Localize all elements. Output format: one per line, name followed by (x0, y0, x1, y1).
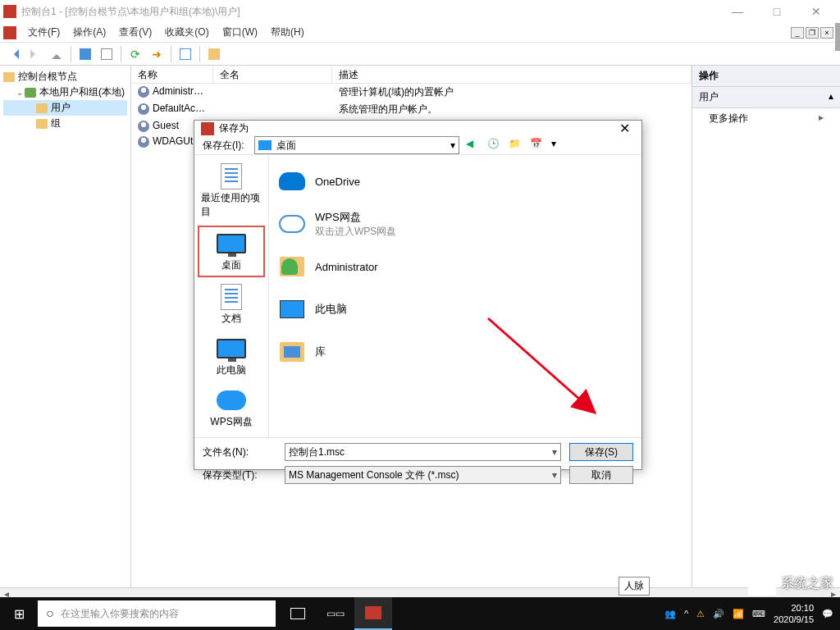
chevron-down-icon: ▾ (552, 469, 557, 481)
mdi-minimize[interactable]: _ (791, 27, 804, 39)
tree-root[interactable]: 控制台根节点 (3, 69, 127, 84)
chevron-down-icon: ▾ (552, 446, 557, 458)
nav-up-icon[interactable]: 📁 (509, 138, 523, 153)
system-tray: 👥 ^ ⚠ 🔊 📶 ⌨ 20:10 2020/9/15 💬 (664, 602, 840, 625)
desktop-icon (217, 234, 246, 253)
maximize-button[interactable]: □ (765, 5, 789, 18)
dialog-close-button[interactable]: ✕ (614, 121, 635, 136)
file-item-wps[interactable]: WPS网盘双击进入WPS网盘 (274, 203, 637, 245)
cloud-icon (217, 390, 246, 410)
dialog-icon (201, 122, 214, 135)
menu-bar: 文件(F) 操作(A) 查看(V) 收藏夹(O) 窗口(W) 帮助(H) _ ❐… (0, 23, 840, 43)
search-placeholder: 在这里输入你要搜索的内容 (61, 607, 179, 621)
dialog-toolbar: 保存在(I): 桌面 ▾ ◀ 🕒 📁 📅 ▾ (194, 136, 641, 154)
user-icon (138, 121, 149, 132)
file-item-onedrive[interactable]: OneDrive (274, 160, 637, 203)
actions-section-users[interactable]: 用户▴ (692, 87, 840, 108)
menu-view[interactable]: 查看(V) (112, 24, 158, 41)
people-icon[interactable]: 👥 (664, 609, 676, 619)
place-desktop[interactable]: 桌面 (198, 226, 265, 277)
tree-users[interactable]: 用户 (3, 100, 127, 116)
actions-more[interactable]: 更多操作 (692, 108, 840, 129)
dialog-titlebar[interactable]: 保存为 ✕ (194, 121, 641, 136)
refresh-button[interactable]: ⟳ (126, 45, 144, 63)
file-item-libraries[interactable]: 库 (274, 331, 637, 373)
app-icon (3, 5, 16, 18)
tooltip-people: 人脉 (619, 577, 650, 596)
export-button[interactable] (98, 45, 116, 63)
chevron-down-icon: ▾ (450, 139, 455, 151)
col-description[interactable]: 描述 (332, 66, 692, 83)
menu-file[interactable]: 文件(F) (21, 24, 66, 41)
dialog-body: 最近使用的项目 桌面 文档 此电脑 WPS网盘 OneDrive (194, 154, 641, 438)
tray-chevron-up-icon[interactable]: ^ (684, 609, 688, 619)
filetype-combo[interactable]: MS Management Console 文件 (*.msc)▾ (285, 466, 561, 484)
place-this-pc[interactable]: 此电脑 (198, 332, 265, 381)
watermark: 系统之家 (748, 571, 833, 596)
filename-input[interactable]: 控制台1.msc▾ (285, 443, 561, 461)
menu-window[interactable]: 窗口(W) (216, 24, 264, 41)
close-button[interactable]: ✕ (804, 5, 829, 18)
menu-action[interactable]: 操作(A) (66, 24, 112, 41)
list-header: 名称 全名 描述 (131, 66, 692, 84)
place-recent[interactable]: 最近使用的项目 (198, 160, 265, 222)
user-icon (138, 136, 149, 148)
tree-local-users[interactable]: ⌄本地用户和组(本地) (3, 84, 127, 100)
doc-icon (3, 26, 16, 39)
security-icon[interactable]: ⚠ (696, 609, 705, 619)
list-row[interactable]: Administrat...管理计算机(域)的内置帐户 (131, 84, 692, 101)
save-in-label: 保存在(I): (203, 139, 244, 153)
notifications-icon[interactable]: 💬 (822, 609, 833, 619)
file-item-this-pc[interactable]: 此电脑 (274, 288, 637, 331)
nav-recent-icon[interactable]: 🕒 (487, 138, 502, 153)
place-wps[interactable]: WPS网盘 (198, 384, 265, 432)
task-view-button[interactable] (279, 597, 317, 630)
up-button[interactable] (48, 45, 66, 63)
nav-newfolder-icon[interactable]: 📅 (530, 138, 545, 153)
user-icon (138, 103, 149, 115)
desktop-icon (258, 140, 272, 150)
onedrive-icon (279, 172, 305, 190)
file-list[interactable]: OneDrive WPS网盘双击进入WPS网盘 Administrator 此电… (268, 155, 641, 437)
minimize-button[interactable]: — (725, 5, 750, 18)
network-icon[interactable]: 📶 (733, 609, 744, 619)
menu-help[interactable]: 帮助(H) (264, 24, 311, 41)
back-button[interactable] (5, 45, 23, 63)
volume-icon[interactable]: 🔊 (713, 609, 724, 619)
dialog-title-text: 保存为 (219, 121, 614, 135)
help-button[interactable] (176, 45, 194, 63)
place-documents[interactable]: 文档 (198, 281, 265, 329)
col-fullname[interactable]: 全名 (213, 66, 332, 83)
cortana-icon: ○ (46, 606, 54, 621)
tree-groups[interactable]: 组 (3, 116, 127, 131)
nav-view-icon[interactable]: ▾ (551, 138, 566, 153)
show-hide-button[interactable] (76, 45, 94, 63)
nav-back-icon[interactable]: ◀ (466, 138, 481, 153)
menu-favorites[interactable]: 收藏夹(O) (158, 24, 215, 41)
export-list-button[interactable]: ➜ (148, 45, 166, 63)
documents-icon (221, 284, 242, 310)
file-item-administrator[interactable]: Administrator (274, 245, 637, 288)
save-button[interactable]: 保存(S) (569, 443, 633, 461)
search-box[interactable]: ○ 在这里输入你要搜索的内容 (38, 600, 276, 627)
start-button[interactable]: ⊞ (0, 606, 38, 622)
task-timeline-button[interactable]: ▭▭ (317, 597, 354, 630)
view-button[interactable] (205, 45, 223, 63)
list-row[interactable]: DefaultAcc...系统管理的用户帐户。 (131, 101, 692, 118)
mdi-close[interactable]: × (820, 27, 833, 39)
user-folder-icon (280, 257, 304, 276)
arrow-icon: ▴ (829, 90, 833, 104)
window-titlebar: 控制台1 - [控制台根节点\本地用户和组(本地)\用户] — □ ✕ (0, 0, 840, 23)
col-name[interactable]: 名称 (131, 66, 213, 83)
forward-button[interactable] (26, 45, 44, 63)
mdi-restore[interactable]: ❐ (806, 27, 819, 39)
tree-panel[interactable]: 控制台根节点 ⌄本地用户和组(本地) 用户 组 (0, 66, 131, 587)
window-title: 控制台1 - [控制台根节点\本地用户和组(本地)\用户] (21, 5, 725, 19)
pc-icon (217, 339, 246, 358)
cancel-button[interactable]: 取消 (569, 466, 633, 484)
right-scrollbar[interactable] (835, 23, 840, 51)
ime-icon[interactable]: ⌨ (752, 609, 765, 619)
clock[interactable]: 20:10 2020/9/15 (774, 602, 814, 625)
taskbar-app-mmc[interactable] (354, 597, 392, 630)
save-in-combo[interactable]: 桌面 ▾ (254, 136, 459, 154)
